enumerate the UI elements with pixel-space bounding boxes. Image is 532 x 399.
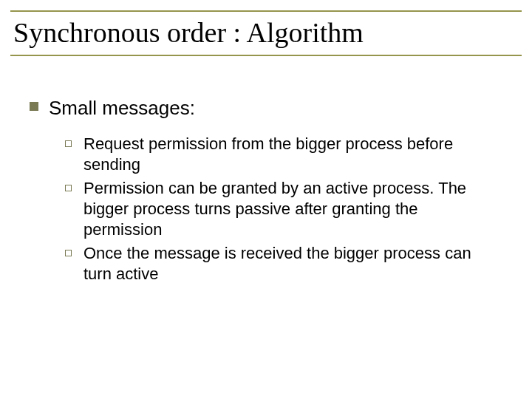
slide: Synchronous order : Algorithm Small mess… [0,0,532,399]
sub-bullet-list: Request permission from the bigger proce… [65,134,502,285]
bullet-level2: Permission can be granted by an active p… [65,178,502,240]
square-bullet-icon [30,102,38,111]
hollow-square-bullet-icon [65,185,72,191]
title-rule-top [10,10,522,12]
title-rule-bottom [10,55,522,56]
hollow-square-bullet-icon [65,250,72,256]
bullet-level2-text: Permission can be granted by an active p… [83,178,497,240]
bullet-level2: Request permission from the bigger proce… [65,134,502,175]
hollow-square-bullet-icon [65,140,72,147]
slide-title: Synchronous order : Algorithm [13,16,364,49]
bullet-level1: Small messages: [30,96,502,120]
bullet-level1-text: Small messages: [49,96,195,120]
slide-body: Small messages: Request permission from … [30,96,502,288]
bullet-level2: Once the message is received the bigger … [65,243,502,284]
bullet-level2-text: Once the message is received the bigger … [83,243,497,284]
bullet-level2-text: Request permission from the bigger proce… [83,134,497,175]
